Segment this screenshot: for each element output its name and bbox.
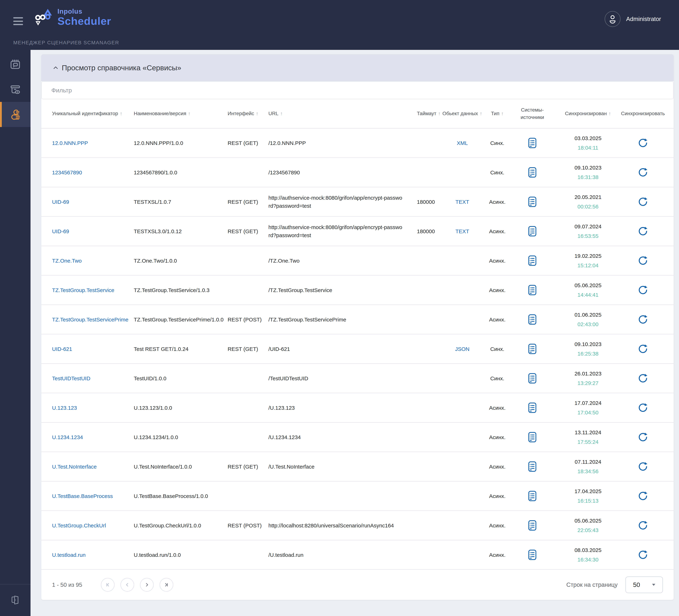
synchronize-button[interactable] bbox=[638, 344, 648, 354]
sidebar-divider bbox=[0, 584, 31, 584]
source-systems-button[interactable] bbox=[528, 196, 537, 207]
source-systems-button[interactable] bbox=[528, 461, 537, 472]
service-id-link[interactable]: TZ.TestGroup.TestService bbox=[52, 286, 115, 294]
synchronize-button[interactable] bbox=[638, 461, 648, 472]
previous-page-button[interactable] bbox=[121, 578, 134, 592]
sort-arrow-icon[interactable]: ↑ bbox=[480, 110, 482, 117]
service-id-link[interactable]: UID-69 bbox=[52, 198, 69, 206]
source-systems-button[interactable] bbox=[528, 314, 537, 325]
source-systems-button[interactable] bbox=[528, 490, 537, 502]
sync-time: 16:15:13 bbox=[578, 497, 599, 505]
hamburger-menu-icon[interactable] bbox=[13, 17, 23, 25]
service-id-cell: UID-69 bbox=[52, 217, 134, 246]
sync-time: 16:53:55 bbox=[578, 232, 599, 240]
synchronize-button[interactable] bbox=[638, 314, 648, 324]
sidebar-item-archive-view[interactable] bbox=[0, 77, 31, 102]
service-timeout-cell bbox=[411, 393, 442, 422]
synchronize-button[interactable] bbox=[638, 226, 648, 236]
column-header-url[interactable]: URL↑ bbox=[268, 99, 411, 128]
source-systems-button[interactable] bbox=[528, 167, 537, 178]
service-id-link[interactable]: U.Test.NoInterface bbox=[52, 463, 97, 471]
column-header-name[interactable]: Наименование/версия↑ bbox=[134, 99, 228, 128]
column-header-synced[interactable]: Синхронизирован↑ bbox=[553, 99, 623, 128]
refresh-icon bbox=[638, 255, 648, 266]
service-id-link[interactable]: U.TestGroup.CheckUrl bbox=[52, 521, 106, 529]
service-type-cell: Асинх. bbox=[483, 423, 512, 452]
source-systems-button[interactable] bbox=[528, 284, 537, 296]
source-systems-button[interactable] bbox=[528, 520, 537, 531]
sort-arrow-icon[interactable]: ↑ bbox=[256, 110, 259, 117]
synchronize-button[interactable] bbox=[638, 197, 648, 207]
service-id-link[interactable]: 1234567890 bbox=[52, 168, 82, 176]
column-header-type[interactable]: Тип↑ bbox=[483, 99, 512, 128]
sort-arrow-icon[interactable]: ↑ bbox=[438, 110, 441, 117]
service-name-cell: U.1234.1234/1.0.0 bbox=[134, 423, 228, 452]
rows-per-page-select[interactable]: 50 bbox=[625, 577, 663, 593]
next-page-button[interactable] bbox=[140, 578, 154, 592]
service-id-link[interactable]: TZ.TestGroup.TestServicePrime bbox=[52, 315, 128, 323]
column-header-interface[interactable]: Интерфейс↑ bbox=[228, 99, 268, 128]
source-systems-button[interactable] bbox=[528, 226, 537, 237]
synchronize-button[interactable] bbox=[638, 432, 648, 442]
sort-arrow-icon[interactable]: ↑ bbox=[280, 110, 283, 117]
sort-arrow-icon[interactable]: ↑ bbox=[501, 110, 504, 117]
service-id-link[interactable]: 12.0.NNN.PPP bbox=[52, 139, 88, 147]
service-id-link[interactable]: U.123.123 bbox=[52, 404, 77, 412]
source-systems-button[interactable] bbox=[528, 402, 537, 413]
service-id-cell: TZ.One.Two bbox=[52, 246, 134, 275]
service-interface-cell bbox=[228, 540, 268, 569]
service-timeout-cell bbox=[411, 305, 442, 334]
filter-input[interactable] bbox=[42, 81, 673, 99]
pagination-range: 1 - 50 из 95 bbox=[52, 582, 82, 588]
synchronize-button[interactable] bbox=[638, 550, 648, 560]
service-id-link[interactable]: UID-621 bbox=[52, 345, 72, 353]
source-systems-button[interactable] bbox=[528, 432, 537, 443]
sort-arrow-icon[interactable]: ↑ bbox=[188, 110, 191, 117]
last-page-button[interactable] bbox=[160, 578, 173, 592]
sidebar-item-schedule[interactable] bbox=[0, 52, 31, 77]
source-systems-button[interactable] bbox=[528, 255, 537, 266]
sidebar-item-logout[interactable] bbox=[0, 590, 31, 610]
source-systems-button[interactable] bbox=[528, 373, 537, 384]
column-header-uid[interactable]: Уникальный идентификатор↑ bbox=[52, 99, 134, 128]
sync-date: 26.01.2023 bbox=[575, 370, 602, 378]
synced-cell: 07.11.202418:34:56 bbox=[553, 452, 623, 481]
service-id-link[interactable]: UID-69 bbox=[52, 227, 69, 235]
first-page-button[interactable] bbox=[101, 578, 115, 592]
service-name-cell: 1234567890/1.0.0 bbox=[134, 158, 228, 187]
service-type-cell: Асинх. bbox=[483, 187, 512, 216]
data-object-link[interactable]: TEXT bbox=[455, 198, 469, 206]
data-object-link[interactable]: XML bbox=[457, 139, 468, 147]
synchronize-button[interactable] bbox=[638, 167, 648, 177]
synchronize-button[interactable] bbox=[638, 403, 648, 413]
service-id-link[interactable]: TestUIDTestUID bbox=[52, 374, 90, 382]
service-timeout-cell bbox=[411, 334, 442, 364]
service-id-link[interactable]: TZ.One.Two bbox=[52, 257, 82, 265]
source-systems-button[interactable] bbox=[528, 137, 537, 148]
service-id-link[interactable]: U.testload.run bbox=[52, 551, 86, 559]
synchronize-button[interactable] bbox=[638, 285, 648, 295]
avatar[interactable] bbox=[605, 11, 620, 27]
synchronize-button[interactable] bbox=[638, 138, 648, 148]
collapse-panel-button[interactable] bbox=[52, 64, 59, 71]
sort-arrow-icon[interactable]: ↑ bbox=[609, 110, 611, 117]
source-systems-button[interactable] bbox=[528, 343, 537, 354]
data-object-link[interactable]: TEXT bbox=[455, 227, 469, 235]
synchronize-button[interactable] bbox=[638, 491, 648, 501]
data-object-link[interactable]: JSON bbox=[455, 345, 470, 353]
column-label: Наименование/версия bbox=[134, 110, 186, 117]
column-header-timeout[interactable]: Таймаут↑ bbox=[411, 99, 442, 128]
user-name: Administrator bbox=[626, 15, 661, 23]
table-row: TestUIDTestUIDTestUID/1.0.0/TestUIDTestU… bbox=[41, 364, 674, 393]
synchronize-button[interactable] bbox=[638, 373, 648, 383]
synchronize-button[interactable] bbox=[638, 520, 648, 531]
user-menu[interactable]: Administrator bbox=[605, 11, 661, 27]
sidebar-item-services[interactable] bbox=[0, 102, 31, 127]
source-systems-button[interactable] bbox=[528, 549, 537, 560]
services-panel: Просмотр справочника «Сервисы» Уникальны… bbox=[41, 54, 674, 600]
sort-arrow-icon[interactable]: ↑ bbox=[120, 110, 123, 117]
service-id-link[interactable]: U.TestBase.BaseProcess bbox=[52, 492, 113, 500]
service-id-link[interactable]: U.1234.1234 bbox=[52, 433, 83, 441]
column-header-data-object[interactable]: Обьект данных↑ bbox=[442, 99, 483, 128]
synchronize-button[interactable] bbox=[638, 255, 648, 266]
